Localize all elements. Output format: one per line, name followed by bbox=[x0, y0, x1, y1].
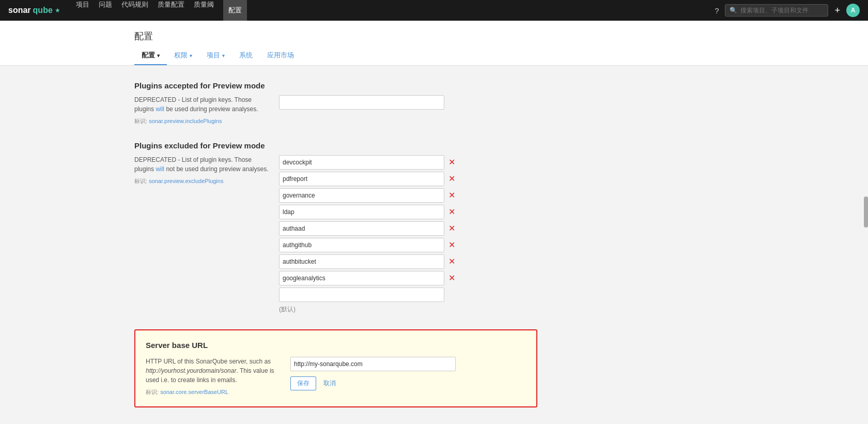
excluded-plugin-input-3[interactable] bbox=[279, 205, 444, 219]
excluded-plugin-input-6[interactable] bbox=[279, 254, 444, 269]
search-input[interactable] bbox=[740, 7, 824, 14]
nav-item-issues[interactable]: 问题 bbox=[99, 0, 112, 21]
nav-item-configuration[interactable]: 配置 bbox=[223, 0, 247, 21]
key-label: 标识: sonar.preview.includePlugins bbox=[134, 117, 269, 126]
input-row bbox=[279, 95, 537, 110]
remove-button-1[interactable]: ✕ bbox=[447, 175, 456, 183]
plugins-accepted-section: Plugins accepted for Preview mode DEPREC… bbox=[134, 81, 537, 126]
plugins-accepted-desc: DEPRECATED - List of plugin keys. Those … bbox=[134, 95, 269, 126]
remove-button-3[interactable]: ✕ bbox=[447, 208, 456, 216]
sub-header: 配置 配置 ▾ 权限 ▾ 项目 ▾ 系统 应用市场 bbox=[0, 21, 868, 66]
default-label: (默认) bbox=[279, 305, 537, 314]
sub-nav-marketplace[interactable]: 应用市场 bbox=[260, 47, 301, 65]
search-box[interactable]: 🔍 bbox=[725, 4, 828, 17]
plugins-accepted-inputs bbox=[279, 95, 537, 112]
plugins-excluded-inputs: ✕ ✕ ✕ ✕ ✕ bbox=[279, 155, 537, 314]
nav-item-quality-profiles[interactable]: 质量配置 bbox=[158, 0, 184, 21]
chevron-down-icon: ▾ bbox=[190, 53, 192, 58]
search-icon: 🔍 bbox=[730, 7, 737, 14]
plugins-excluded-title: Plugins excluded for Preview mode bbox=[134, 141, 537, 150]
excluded-plugin-input-4[interactable] bbox=[279, 221, 444, 236]
sub-nav-projects[interactable]: 项目 ▾ bbox=[199, 47, 232, 65]
remove-button-5[interactable]: ✕ bbox=[447, 241, 456, 249]
help-button[interactable]: ? bbox=[715, 6, 719, 15]
nav-right: ? 🔍 + A bbox=[715, 4, 860, 17]
chevron-down-icon: ▾ bbox=[157, 53, 160, 58]
input-row: ✕ bbox=[279, 155, 537, 170]
plugins-excluded-body: DEPRECATED - List of plugin keys. Those … bbox=[134, 155, 537, 314]
plugins-accepted-title: Plugins accepted for Preview mode bbox=[134, 81, 537, 90]
save-button[interactable]: 保存 bbox=[290, 376, 316, 390]
page-title: 配置 bbox=[0, 26, 868, 47]
remove-button-0[interactable]: ✕ bbox=[447, 158, 456, 166]
main-content: Plugins accepted for Preview mode DEPREC… bbox=[0, 66, 672, 424]
input-row: ✕ bbox=[279, 172, 537, 186]
excluded-plugin-input-2[interactable] bbox=[279, 188, 444, 203]
sub-nav-configuration[interactable]: 配置 ▾ bbox=[134, 47, 167, 65]
sub-navigation: 配置 ▾ 权限 ▾ 项目 ▾ 系统 应用市场 bbox=[0, 47, 868, 65]
input-row: ✕ bbox=[279, 188, 537, 203]
sub-nav-permissions[interactable]: 权限 ▾ bbox=[167, 47, 199, 65]
remove-button-2[interactable]: ✕ bbox=[447, 191, 456, 200]
server-base-url-input[interactable] bbox=[290, 357, 456, 371]
excluded-plugin-input-5[interactable] bbox=[279, 238, 444, 252]
input-row: ✕ bbox=[279, 205, 537, 219]
remove-button-6[interactable]: ✕ bbox=[447, 258, 456, 266]
remove-button-7[interactable]: ✕ bbox=[447, 274, 456, 282]
main-nav-items: 项目 问题 代码规则 质量配置 质量阈 配置 bbox=[76, 0, 247, 21]
action-buttons: 保存 取消 bbox=[290, 376, 526, 390]
input-row: ✕ bbox=[279, 221, 537, 236]
server-base-url-body: HTTP URL of this SonarQube server, such … bbox=[146, 357, 526, 397]
excluded-plugin-input-0[interactable] bbox=[279, 155, 444, 170]
scrollbar[interactable] bbox=[864, 196, 868, 228]
server-base-url-title: Server base URL bbox=[146, 341, 526, 350]
sub-nav-system[interactable]: 系统 bbox=[232, 47, 260, 65]
excluded-plugin-input-7[interactable] bbox=[279, 271, 444, 285]
input-row: ✕ bbox=[279, 254, 537, 269]
nav-item-rules[interactable]: 代码规则 bbox=[121, 0, 148, 21]
plugins-accepted-input[interactable] bbox=[279, 95, 444, 110]
nav-item-projects[interactable]: 项目 bbox=[76, 0, 89, 21]
input-row bbox=[290, 357, 526, 371]
server-base-url-inputs: 保存 取消 bbox=[290, 357, 526, 390]
add-button[interactable]: + bbox=[834, 5, 840, 16]
avatar[interactable]: A bbox=[846, 4, 860, 17]
remove-button-4[interactable]: ✕ bbox=[447, 224, 456, 233]
chevron-down-icon: ▾ bbox=[222, 53, 225, 58]
nav-item-quality-gates[interactable]: 质量阈 bbox=[194, 0, 214, 21]
key-label: 标识: sonar.core.serverBaseURL bbox=[146, 388, 280, 397]
logo-sonar: sonar bbox=[8, 6, 31, 15]
input-row: ✕ bbox=[279, 238, 537, 252]
logo[interactable]: sonarqube ★ bbox=[8, 6, 60, 15]
cancel-button[interactable]: 取消 bbox=[319, 376, 340, 390]
logo-star-icon: ★ bbox=[55, 7, 60, 14]
plugins-excluded-desc: DEPRECATED - List of plugin keys. Those … bbox=[134, 155, 269, 186]
input-row: ✕ bbox=[279, 271, 537, 285]
excluded-plugin-input-1[interactable] bbox=[279, 172, 444, 186]
server-base-url-section: Server base URL HTTP URL of this SonarQu… bbox=[134, 329, 537, 408]
plugins-excluded-section: Plugins excluded for Preview mode DEPREC… bbox=[134, 141, 537, 314]
top-navigation: sonarqube ★ 项目 问题 代码规则 质量配置 质量阈 配置 ? 🔍 +… bbox=[0, 0, 868, 21]
excluded-plugin-input-8[interactable] bbox=[279, 287, 444, 302]
plugins-accepted-body: DEPRECATED - List of plugin keys. Those … bbox=[134, 95, 537, 126]
server-base-url-desc: HTTP URL of this SonarQube server, such … bbox=[146, 357, 280, 397]
input-row bbox=[279, 287, 537, 302]
key-label: 标识: sonar.preview.excludePlugins bbox=[134, 177, 269, 186]
logo-qube: qube bbox=[33, 6, 53, 15]
